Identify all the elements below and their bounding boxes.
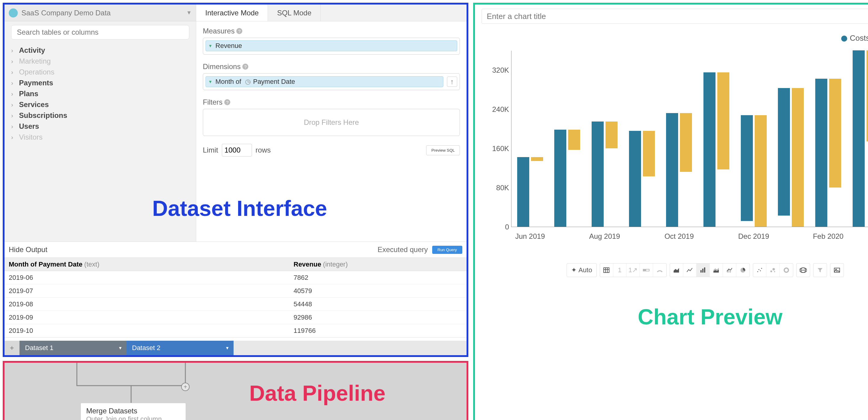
chevron-down-icon[interactable]: ▼ xyxy=(118,346,122,350)
stacked-area-icon[interactable] xyxy=(710,264,723,277)
measures-well[interactable]: ▼Revenue xyxy=(203,38,460,55)
bar-chart-icon[interactable] xyxy=(696,264,710,277)
dataset-selector-label: SaaS Company Demo Data xyxy=(22,9,111,17)
bar-revenue[interactable] xyxy=(755,115,767,227)
tree-item-payments[interactable]: ›Payments xyxy=(11,78,189,88)
svg-rect-11 xyxy=(730,271,731,273)
progress-bar-icon[interactable] xyxy=(640,264,653,277)
svg-rect-6 xyxy=(701,270,702,273)
bar-costs[interactable] xyxy=(778,88,790,216)
bar-costs[interactable] xyxy=(629,131,641,227)
scatter-chart-icon[interactable] xyxy=(753,264,767,277)
tree-item-marketing[interactable]: ›Marketing xyxy=(11,56,189,67)
line-chart-icon[interactable] xyxy=(683,264,696,277)
bar-group xyxy=(852,50,868,227)
image-chart-icon[interactable] xyxy=(830,264,844,277)
combo-chart-icon[interactable] xyxy=(723,264,736,277)
tree-item-plans[interactable]: ›Plans xyxy=(11,88,189,99)
dataset-selector[interactable]: SaaS Company Demo Data ▼ xyxy=(4,4,196,21)
sort-direction-button[interactable]: ↑ xyxy=(447,77,457,87)
chevron-right-icon: › xyxy=(11,112,17,119)
preview-sql-button[interactable]: Preview SQL xyxy=(426,145,460,155)
x-axis-tick: Feb 2020 xyxy=(813,232,843,241)
filter-icon[interactable] xyxy=(813,264,827,277)
help-icon[interactable]: ? xyxy=(236,28,242,34)
globe-icon[interactable] xyxy=(797,264,810,277)
column-header-month[interactable]: Month of Payment Date (text) xyxy=(4,261,289,268)
gauge-chart-icon[interactable] xyxy=(653,264,666,277)
filters-well[interactable]: Drop Filters Here xyxy=(203,109,460,136)
bar-costs[interactable] xyxy=(741,115,753,221)
table-row[interactable]: 2019-0740579 xyxy=(4,284,467,298)
bar-revenue[interactable] xyxy=(643,131,655,176)
table-chart-icon[interactable] xyxy=(600,264,613,277)
filters-placeholder: Drop Filters Here xyxy=(206,112,457,133)
bar-revenue[interactable] xyxy=(531,157,543,161)
dimensions-well[interactable]: ▼ Month of ◷ Payment Date ↑ xyxy=(203,73,460,90)
tree-item-operations[interactable]: ›Operations xyxy=(11,67,189,78)
svg-rect-7 xyxy=(702,269,704,273)
bar-costs[interactable] xyxy=(517,157,529,227)
chart-title-input[interactable] xyxy=(482,9,868,24)
bar-costs[interactable] xyxy=(704,72,715,227)
bar-revenue[interactable] xyxy=(606,121,618,148)
x-axis-tick: Jun 2019 xyxy=(515,232,545,241)
bar-group xyxy=(815,79,841,227)
bar-revenue[interactable] xyxy=(829,79,841,187)
bar-group xyxy=(704,72,730,227)
svg-rect-8 xyxy=(704,267,705,273)
svg-point-14 xyxy=(758,269,760,270)
tab-sql-mode[interactable]: SQL Mode xyxy=(268,4,321,21)
chevron-right-icon: › xyxy=(11,123,17,130)
bubble-chart-icon[interactable] xyxy=(767,264,780,277)
bar-group xyxy=(554,130,580,227)
chart-auto-button[interactable]: ✦Auto xyxy=(567,264,596,277)
chevron-right-icon: › xyxy=(11,101,17,108)
number-trend-icon[interactable]: 1↗ xyxy=(627,264,640,277)
add-dataset-button[interactable]: + xyxy=(4,341,20,355)
measure-chip[interactable]: ▼Revenue xyxy=(206,40,457,51)
search-input[interactable] xyxy=(11,25,189,39)
tree-item-services[interactable]: ›Services xyxy=(11,99,189,110)
table-row[interactable]: 2019-067862 xyxy=(4,271,467,284)
bar-costs[interactable] xyxy=(815,79,827,227)
area-chart-icon[interactable] xyxy=(670,264,683,277)
chart-plot[interactable]: 080K160K240K320KJun 2019Aug 2019Oct 2019… xyxy=(511,51,868,227)
dataset-tab-2[interactable]: Dataset 2▼ xyxy=(127,341,234,355)
donut-chart-icon[interactable] xyxy=(780,264,793,277)
bar-costs[interactable] xyxy=(554,130,566,227)
help-icon[interactable]: ? xyxy=(242,64,248,70)
limit-input[interactable] xyxy=(222,144,252,156)
table-row[interactable]: 2019-10119766 xyxy=(4,324,467,337)
tree-item-users[interactable]: ›Users xyxy=(11,121,189,132)
tree-item-activity[interactable]: ›Activity xyxy=(11,45,189,56)
chart-header: ✲Settings xyxy=(475,4,868,28)
dimension-chip[interactable]: ▼ Month of ◷ Payment Date xyxy=(206,76,443,87)
bar-revenue[interactable] xyxy=(568,130,580,150)
bar-revenue[interactable] xyxy=(717,72,730,170)
table-row[interactable]: 2019-0854448 xyxy=(4,298,467,311)
tree-item-subscriptions[interactable]: ›Subscriptions xyxy=(11,110,189,121)
bar-costs[interactable] xyxy=(852,50,865,227)
bar-costs[interactable] xyxy=(666,113,678,227)
run-query-button[interactable]: Run Query xyxy=(432,246,462,254)
column-header-revenue[interactable]: Revenue (integer) xyxy=(289,261,467,268)
legend-item-costs[interactable]: Costs xyxy=(841,33,868,43)
pipeline-node-merge[interactable]: Merge Datasets Outer Join on first colum… xyxy=(81,403,186,420)
help-icon[interactable]: ? xyxy=(224,99,230,105)
tab-interactive-mode[interactable]: Interactive Mode xyxy=(196,4,268,21)
pipeline-add-node-button[interactable]: + xyxy=(181,383,190,391)
svg-rect-5 xyxy=(643,269,646,271)
table-row[interactable]: 2019-0992986 xyxy=(4,311,467,324)
tree-item-visitors[interactable]: ›Visitors xyxy=(11,132,189,143)
bar-costs[interactable] xyxy=(592,121,604,227)
dataset-tab-1[interactable]: Dataset 1▼ xyxy=(20,341,127,355)
bar-revenue[interactable] xyxy=(867,50,868,142)
y-axis-tick: 240K xyxy=(490,105,509,114)
pie-chart-icon[interactable] xyxy=(736,264,749,277)
bar-revenue[interactable] xyxy=(792,88,804,227)
hide-output-button[interactable]: Hide Output xyxy=(9,245,47,254)
bar-revenue[interactable] xyxy=(680,113,692,172)
number-chart-icon[interactable]: 1 xyxy=(613,264,627,277)
chevron-down-icon[interactable]: ▼ xyxy=(225,346,229,350)
